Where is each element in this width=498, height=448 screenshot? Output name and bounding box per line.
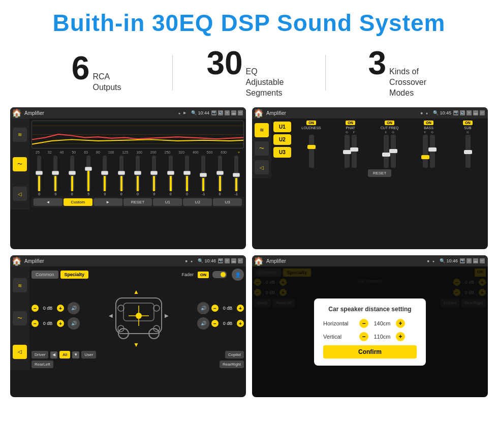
eq-slider-9[interactable]: 0 xyxy=(163,156,178,196)
amp-bass-slider2[interactable]: G xyxy=(430,131,435,168)
fader-plus-3[interactable]: + xyxy=(237,305,244,312)
eq-thumb-6[interactable] xyxy=(118,171,125,175)
eq-back-icon[interactable]: ↩ xyxy=(238,110,243,115)
dialog-horizontal-minus[interactable]: − xyxy=(359,319,368,328)
eq-thumb-2[interactable] xyxy=(52,171,59,175)
amp-reset-btn[interactable]: RESET xyxy=(368,169,392,177)
amp-phat-track2[interactable] xyxy=(352,135,357,168)
amp-loudness-on[interactable]: ON xyxy=(306,121,316,125)
eq-slider-2[interactable]: 0 xyxy=(48,156,63,196)
eq-thumb-9[interactable] xyxy=(167,171,174,175)
amp-loudness-track[interactable] xyxy=(309,135,314,168)
amp-cutfreq-slider1[interactable]: F xyxy=(384,131,389,168)
amp-sub-thumb[interactable] xyxy=(464,150,472,154)
eq-track-3[interactable] xyxy=(70,156,74,191)
amp-bass-track1[interactable] xyxy=(423,135,428,168)
eq-slider-4[interactable]: 5 xyxy=(81,156,96,196)
fader-plus-2[interactable]: + xyxy=(57,320,64,327)
fader-tab-common[interactable]: Common xyxy=(32,271,58,279)
fader-tab-specialty[interactable]: Specialty xyxy=(60,271,89,279)
amp-cutfreq-on[interactable]: ON xyxy=(385,121,394,125)
eq-slider-8[interactable]: 0 xyxy=(146,156,162,196)
eq-slider-11[interactable]: -1 xyxy=(196,156,211,196)
amp-cutfreq-thumb1[interactable] xyxy=(382,153,390,157)
amp-phat-track[interactable] xyxy=(345,135,350,168)
eq-track-1[interactable] xyxy=(37,156,41,191)
eq-track-11[interactable] xyxy=(201,156,205,191)
eq-sidebar-wave-btn[interactable]: 〜 xyxy=(13,157,27,171)
amp-sidebar-eq-btn[interactable]: ≋ xyxy=(255,123,269,137)
fader-user-btn[interactable]: User xyxy=(81,351,96,359)
amp-bass-slider1[interactable]: F xyxy=(423,131,428,168)
amp-sub-track[interactable] xyxy=(465,135,471,168)
eq-slider-10[interactable]: 0 xyxy=(179,156,195,196)
eq-slider-1[interactable]: 0 xyxy=(32,156,47,196)
amp-sub-slider[interactable]: G xyxy=(465,131,471,168)
fader-back-icon[interactable]: ↩ xyxy=(238,258,243,263)
eq-thumb-12[interactable] xyxy=(216,171,224,175)
amp-u2-btn[interactable]: U2 xyxy=(273,134,291,145)
dialog-back-icon[interactable]: ↩ xyxy=(480,258,485,263)
fader-on-badge[interactable]: ON xyxy=(198,272,209,278)
eq-thumb-3[interactable] xyxy=(69,171,76,175)
eq-u3-btn[interactable]: U3 xyxy=(213,198,242,206)
eq-track-10[interactable] xyxy=(185,156,189,191)
amp-loudness-slider[interactable] xyxy=(309,135,314,168)
eq-thumb-7[interactable] xyxy=(134,171,141,175)
amp-phat-on[interactable]: ON xyxy=(346,121,355,125)
amp-loudness-thumb[interactable] xyxy=(307,145,316,149)
fader-profile-btn[interactable]: 👤 xyxy=(232,268,244,281)
amp-sub-on[interactable]: ON xyxy=(463,121,473,125)
dialog-vertical-plus[interactable]: + xyxy=(396,332,405,341)
fader-sidebar-eq-btn[interactable]: ≋ xyxy=(13,278,27,292)
eq-track-4[interactable] xyxy=(86,156,90,191)
eq-sidebar-vol-btn[interactable]: ◁ xyxy=(13,187,27,201)
fader-minus-3[interactable]: − xyxy=(211,305,219,312)
eq-thumb-10[interactable] xyxy=(183,171,191,175)
fader-all-btn[interactable]: All xyxy=(59,351,70,359)
eq-next-btn[interactable]: ► xyxy=(94,198,122,206)
eq-sidebar-eq-btn[interactable]: ≋ xyxy=(13,128,27,142)
eq-track-8[interactable] xyxy=(152,156,156,191)
amp-bass-on[interactable]: ON xyxy=(424,121,433,125)
amp-phat-thumb2[interactable] xyxy=(350,147,358,152)
dialog-home-icon[interactable]: 🏠 xyxy=(255,257,262,264)
eq-home-icon[interactable]: 🏠 xyxy=(13,109,20,116)
amp-sidebar-vol-btn[interactable]: ◁ xyxy=(255,160,269,174)
fader-home-icon[interactable]: 🏠 xyxy=(13,257,20,264)
eq-thumb-1[interactable] xyxy=(36,171,43,175)
eq-thumb-11[interactable] xyxy=(200,173,207,177)
amp-cutfreq-slider2[interactable]: G xyxy=(391,131,396,168)
fader-rearleft-btn[interactable]: RearLeft xyxy=(32,361,53,368)
fader-rearright-btn[interactable]: RearRight xyxy=(220,361,244,368)
eq-track-12[interactable] xyxy=(218,156,222,191)
amp-bass-track2[interactable] xyxy=(430,135,435,168)
amp-cutfreq-track2[interactable] xyxy=(391,135,396,168)
eq-u2-btn[interactable]: U2 xyxy=(183,198,212,206)
amp-bass-thumb2[interactable] xyxy=(428,147,437,152)
eq-thumb-8[interactable] xyxy=(150,171,158,175)
eq-slider-13[interactable]: -1 xyxy=(229,156,244,196)
amp-bass-thumb1[interactable] xyxy=(421,155,429,159)
amp-cutfreq-thumb2[interactable] xyxy=(389,149,397,153)
eq-slider-6[interactable]: 0 xyxy=(114,156,129,196)
fader-minus-4[interactable]: − xyxy=(211,320,219,327)
eq-prev-btn[interactable]: ◄ xyxy=(34,198,63,206)
eq-track-2[interactable] xyxy=(53,156,57,191)
amp-u1-btn[interactable]: U1 xyxy=(273,122,291,132)
fader-sidebar-wave-btn[interactable]: 〜 xyxy=(13,311,27,325)
fader-plus-4[interactable]: + xyxy=(237,320,244,327)
eq-track-5[interactable] xyxy=(103,156,107,191)
dialog-vertical-minus[interactable]: − xyxy=(359,332,368,341)
eq-slider-3[interactable]: 0 xyxy=(65,156,80,196)
fader-driver-btn[interactable]: Driver xyxy=(32,351,48,359)
amp-home-icon[interactable]: 🏠 xyxy=(255,109,262,116)
eq-track-9[interactable] xyxy=(169,156,173,191)
eq-thumb-4[interactable] xyxy=(85,167,92,171)
fader-minus-2[interactable]: − xyxy=(32,320,39,327)
amp-sidebar-wave-btn[interactable]: 〜 xyxy=(255,141,269,156)
eq-slider-7[interactable]: 0 xyxy=(130,156,145,196)
amp-cutfreq-track1[interactable] xyxy=(384,135,389,168)
fader-sidebar-vol-btn[interactable]: ◁ xyxy=(13,345,27,359)
fader-minus-1[interactable]: − xyxy=(32,305,39,312)
